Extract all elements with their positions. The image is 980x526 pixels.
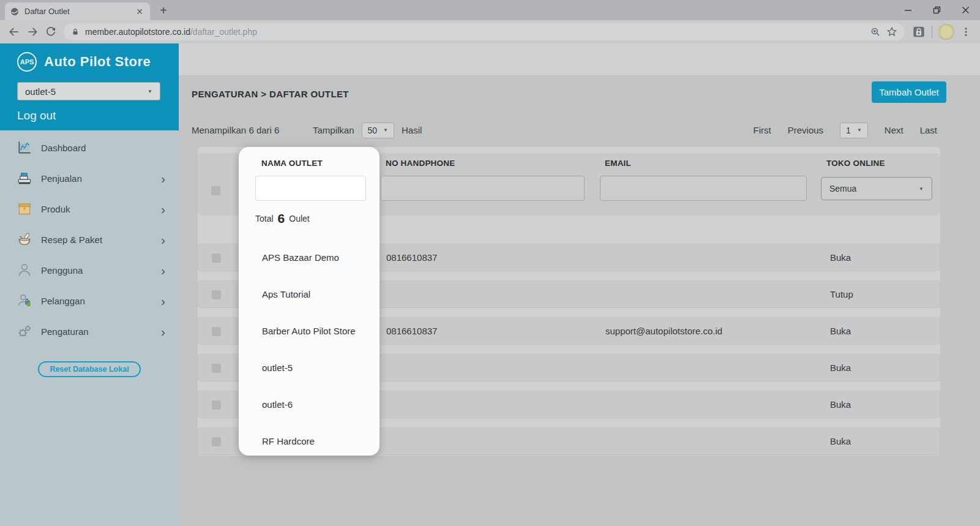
new-tab-button[interactable]: + [155, 2, 171, 18]
sidebar-item-label: Produk [41, 204, 70, 214]
row-checkbox[interactable] [212, 364, 221, 373]
page-number-select[interactable]: 1 ▼ [840, 122, 868, 138]
cell-toko-online: Buka [830, 252, 851, 263]
cell-toko-online: Buka [830, 363, 851, 373]
page-size-label: Tampilkan [313, 125, 354, 135]
chevron-right-icon: › [161, 295, 165, 307]
chevron-right-icon: › [161, 233, 165, 246]
chevron-right-icon: › [161, 172, 165, 185]
page-top-band [179, 43, 980, 75]
chevron-down-icon: ▼ [148, 89, 152, 94]
sidebar-item-label: Penjualan [41, 173, 82, 184]
select-all-checkbox[interactable] [211, 186, 220, 195]
row-checkbox[interactable] [212, 400, 221, 410]
sidebar: APS Auto Pilot Store outlet-5 ▼ Log out … [0, 43, 179, 526]
sidebar-item-pelanggan[interactable]: Pelanggan › [0, 285, 179, 316]
user-icon [16, 262, 32, 279]
page-size-suffix: Hasil [402, 125, 422, 135]
chevron-down-icon: ▼ [857, 127, 862, 133]
window-close-button[interactable] [951, 0, 980, 20]
pagination: First Previous 1 ▼ Next Last [754, 122, 937, 138]
reload-icon[interactable] [42, 23, 60, 41]
main-content: PENGATURAN > DAFTAR OUTLET Tambah Outlet… [179, 43, 980, 526]
cell-nama-outlet: outlet-6 [262, 399, 293, 410]
back-icon[interactable] [5, 23, 23, 41]
sidebar-item-produk[interactable]: Produk › [0, 193, 179, 224]
box-icon [16, 201, 32, 217]
brand: APS Auto Pilot Store [17, 52, 160, 72]
nama-outlet-filter-input[interactable] [255, 176, 366, 201]
sidebar-item-label: Pengaturan [41, 326, 89, 337]
column-header-no-handphone[interactable]: NO HANDPHONE [386, 159, 455, 168]
sidebar-menu: Dashboard Penjualan › Produk › [0, 130, 179, 347]
outlet-table: NAMA OUTLET NO HANDPHONE EMAIL TOKO ONLI… [198, 147, 940, 456]
brand-name: Auto Pilot Store [44, 54, 151, 70]
sidebar-item-penjualan[interactable]: Penjualan › [0, 163, 179, 193]
bookmark-star-icon[interactable] [886, 26, 897, 37]
tab-close-icon[interactable]: ✕ [134, 6, 145, 17]
cash-register-icon [16, 170, 32, 187]
outlet-select[interactable]: outlet-5 ▼ [17, 82, 160, 100]
url-path: /daftar_outlet.php [190, 27, 257, 37]
sidebar-header: APS Auto Pilot Store outlet-5 ▼ Log out [0, 43, 179, 130]
extension-icon[interactable] [912, 25, 926, 39]
chevron-right-icon: › [161, 203, 165, 216]
logout-link[interactable]: Log out [17, 109, 160, 122]
sidebar-item-pengaturan[interactable]: Pengaturan › [0, 316, 179, 347]
chevron-right-icon: › [161, 325, 165, 338]
row-checkbox[interactable] [212, 327, 221, 336]
cell-nama-outlet: outlet-5 [262, 363, 293, 373]
chevron-right-icon: › [161, 264, 165, 277]
row-checkbox[interactable] [212, 437, 221, 446]
cell-toko-online: Buka [830, 326, 851, 336]
column-header-nama-outlet[interactable]: NAMA OUTLET [261, 159, 323, 168]
window-minimize-button[interactable] [894, 0, 922, 20]
row-checkbox[interactable] [212, 254, 221, 263]
customer-bag-icon [16, 293, 32, 309]
toolbar-divider [932, 26, 932, 38]
pagination-next[interactable]: Next [885, 125, 903, 135]
tab-title: Daftar Outlet [24, 7, 129, 16]
sidebar-item-dashboard[interactable]: Dashboard [0, 132, 179, 163]
sidebar-item-resep-paket[interactable]: Resep & Paket › [0, 224, 179, 255]
browser-tab[interactable]: Daftar Outlet ✕ [5, 2, 150, 20]
dashboard-chart-icon [16, 140, 32, 156]
forward-icon[interactable] [23, 23, 42, 41]
browser-toolbar: member.autopilotstore.co.id/daftar_outle… [0, 20, 980, 43]
tambah-outlet-button[interactable]: Tambah Outlet [872, 81, 946, 103]
cell-no-handphone: 0816610837 [386, 326, 437, 336]
pagination-previous[interactable]: Previous [788, 125, 823, 135]
sidebar-item-pengguna[interactable]: Pengguna › [0, 255, 179, 285]
profile-avatar[interactable] [938, 24, 954, 40]
column-header-email[interactable]: EMAIL [605, 159, 631, 168]
cell-nama-outlet: Barber Auto Pilot Store [262, 326, 356, 336]
column-header-toko-online[interactable]: TOKO ONLINE [826, 159, 885, 168]
url-text: member.autopilotstore.co.id/daftar_outle… [85, 27, 257, 37]
sidebar-item-label: Pengguna [41, 265, 83, 276]
gear-icon [16, 323, 32, 340]
chevron-down-icon: ▼ [919, 186, 924, 192]
toko-online-filter-select[interactable]: Semua ▼ [821, 177, 932, 200]
reset-database-button[interactable]: Reset Database Lokal [38, 361, 140, 377]
page-size-select[interactable]: 50 ▼ [362, 122, 395, 138]
cell-nama-outlet: Aps Tutorial [262, 289, 310, 299]
cell-no-handphone: 0816610837 [386, 252, 437, 263]
total-outlet-text: Total 6 Oulet [255, 211, 310, 226]
pagination-first[interactable]: First [754, 125, 771, 135]
email-filter-input[interactable] [600, 176, 807, 201]
cell-nama-outlet: RF Hardcore [262, 436, 315, 446]
site-favicon-icon [10, 7, 20, 17]
row-checkbox[interactable] [212, 290, 221, 299]
cell-email: support@autopilotstore.co.id [605, 326, 722, 336]
cell-toko-online: Buka [830, 436, 851, 446]
browser-window: Daftar Outlet ✕ + [0, 0, 980, 526]
handphone-filter-input[interactable] [381, 176, 585, 201]
window-restore-button[interactable] [922, 0, 951, 20]
zoom-icon[interactable] [870, 26, 881, 37]
breadcrumb: PENGATURAN > DAFTAR OUTLET [192, 89, 349, 99]
chevron-down-icon: ▼ [383, 127, 388, 133]
url-domain: member.autopilotstore.co.id [85, 27, 190, 37]
address-bar[interactable]: member.autopilotstore.co.id/daftar_outle… [64, 23, 905, 40]
browser-menu-icon[interactable] [960, 26, 971, 37]
pagination-last[interactable]: Last [920, 125, 937, 135]
